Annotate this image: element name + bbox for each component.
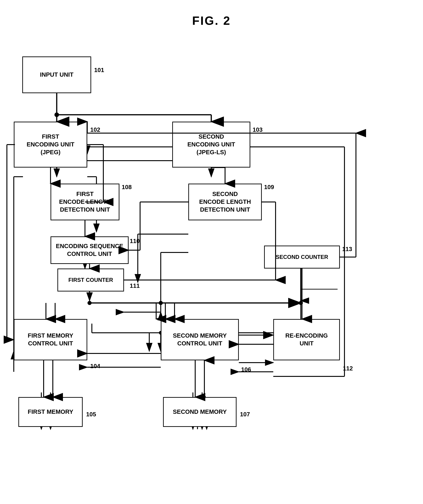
second-memory-control-box: SECOND MEMORYCONTROL UNIT (161, 319, 239, 360)
label-105: 105 (86, 411, 96, 418)
first-memory-control-box: FIRST MEMORYCONTROL UNIT (14, 319, 87, 360)
label-109: 109 (264, 184, 274, 191)
first-counter-box: FIRST COUNTER (57, 269, 124, 291)
first-encoding-unit-box: FIRSTENCODING UNIT(JPEG) (14, 122, 87, 168)
first-encode-length-box: FIRSTENCODE LENGTHDETECTION UNIT (50, 184, 119, 220)
label-106: 106 (241, 366, 251, 373)
input-unit-box: INPUT UNIT (22, 56, 91, 93)
second-counter-box: SECOND COUNTER (264, 246, 340, 269)
label-107: 107 (240, 411, 250, 418)
label-110: 110 (130, 238, 140, 245)
diagram: INPUT UNIT FIRSTENCODING UNIT(JPEG) SECO… (0, 32, 423, 504)
label-108: 108 (122, 184, 132, 191)
label-103: 103 (253, 126, 263, 133)
label-111: 111 (130, 282, 140, 289)
second-encode-length-box: SECONDENCODE LENGTHDETECTION UNIT (188, 184, 262, 220)
label-104: 104 (90, 363, 100, 370)
arrows-svg (0, 32, 423, 504)
first-memory-box: FIRST MEMORY (18, 397, 83, 427)
label-102: 102 (90, 126, 100, 133)
second-memory-box: SECOND MEMORY (163, 397, 237, 427)
encoding-sequence-box: ENCODING SEQUENCECONTROL UNIT (50, 236, 129, 264)
label-101: 101 (94, 66, 104, 74)
label-113: 113 (342, 246, 352, 253)
label-112: 112 (343, 365, 353, 372)
second-encoding-unit-box: SECONDENCODING UNIT(JPEG-LS) (172, 122, 250, 168)
page-title: FIG. 2 (0, 0, 423, 28)
re-encoding-unit-box: RE-ENCODINGUNIT (273, 319, 340, 360)
